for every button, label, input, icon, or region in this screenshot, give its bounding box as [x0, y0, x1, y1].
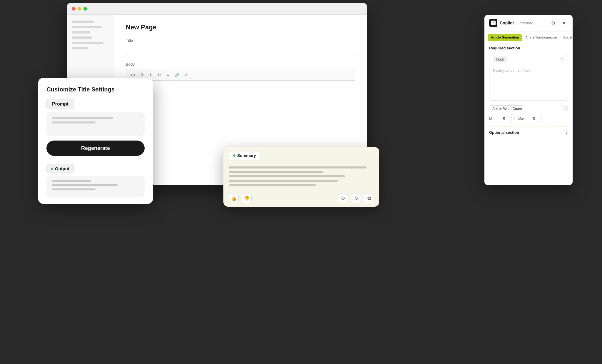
- word-count-info-icon[interactable]: ⓘ: [564, 106, 568, 111]
- output-line: [52, 180, 91, 182]
- optional-section-label: Optional section: [489, 130, 519, 135]
- list-button[interactable]: ≡: [165, 71, 171, 78]
- page-title: New Page: [126, 24, 355, 31]
- copilot-tabs: Article Generation Article Transformatio…: [484, 31, 573, 41]
- italic-button[interactable]: I: [147, 71, 154, 78]
- footer-actions-left: 👍 👎: [229, 193, 252, 203]
- max-label: Max: [518, 117, 524, 120]
- summary-line: [229, 180, 338, 182]
- info-icon[interactable]: ⓘ: [560, 57, 564, 62]
- copilot-title-group: ✦ Copilot › informed: [489, 19, 534, 27]
- summary-body: [223, 163, 379, 190]
- optional-section-row[interactable]: Optional section ∨: [489, 130, 568, 135]
- summary-status-dot: [233, 154, 235, 157]
- browser-titlebar: [67, 3, 367, 15]
- body-label: Body: [126, 62, 355, 66]
- sidebar-line: [72, 21, 94, 23]
- min-max-row: Min ~ Max: [489, 115, 568, 122]
- customize-card: Customize Title Settings Prompt Regenera…: [38, 78, 153, 204]
- prompt-line: [52, 117, 113, 119]
- sidebar-line: [72, 36, 92, 39]
- sidebar-line: [72, 42, 103, 44]
- gear-icon[interactable]: ⚙: [549, 19, 557, 27]
- thumbs-up-button[interactable]: 👍: [229, 193, 239, 203]
- copilot-logo-icon: ✦: [491, 21, 496, 25]
- chevron-down-icon: ∨: [565, 130, 568, 135]
- prompt-tag: Prompt: [46, 99, 74, 109]
- output-line: [52, 188, 96, 190]
- word-count-label: Article Word Count: [489, 105, 525, 112]
- summary-line: [229, 184, 316, 186]
- summary-footer: 👍 👎 ⚙ ↻ ⧉: [223, 190, 379, 207]
- summary-line: [229, 171, 323, 173]
- customize-card-title: Customize Title Settings: [46, 86, 145, 93]
- bold-button[interactable]: B: [138, 71, 145, 78]
- summary-card: Summary 👍 👎 ⚙ ↻ ⧉: [223, 147, 379, 207]
- copilot-header: ✦ Copilot › informed ⚙ ✕: [484, 15, 573, 31]
- input-card-header: Input ⓘ: [489, 54, 568, 65]
- settings-button[interactable]: ⚙: [338, 193, 348, 203]
- sidebar-line: [72, 47, 88, 49]
- min-input[interactable]: [497, 115, 511, 122]
- paste-area[interactable]: Paste your content here...: [489, 65, 568, 100]
- tab-social-media[interactable]: Social Media: [560, 34, 573, 41]
- copilot-body: Required section Input ⓘ Paste your cont…: [484, 41, 573, 185]
- maximize-traffic-light[interactable]: [83, 7, 87, 11]
- close-icon[interactable]: ✕: [560, 19, 568, 27]
- close-traffic-light[interactable]: [72, 7, 75, 11]
- prompt-line: [52, 121, 96, 123]
- copilot-icon-box: ✦: [489, 19, 497, 27]
- input-card: Input ⓘ Paste your content here...: [489, 54, 568, 101]
- output-tag: Output: [46, 164, 74, 173]
- input-tab-label: Input: [493, 56, 507, 62]
- copilot-name: Copilot: [500, 21, 514, 25]
- copilot-header-actions: ⚙ ✕: [549, 19, 568, 27]
- minimize-traffic-light[interactable]: [78, 7, 81, 11]
- output-status-dot: [51, 168, 53, 170]
- editor-body[interactable]: [126, 80, 355, 133]
- prompt-input-box[interactable]: [46, 112, 145, 136]
- copy-button[interactable]: ⧉: [364, 193, 374, 203]
- tab-article-transformation[interactable]: Article Transformation: [522, 34, 560, 41]
- summary-line: [229, 166, 367, 168]
- tilde-separator: ~: [514, 116, 516, 121]
- copilot-breadcrumb: › informed: [516, 21, 534, 25]
- link-button[interactable]: 🔗: [174, 71, 180, 78]
- word-count-header: Article Word Count ⓘ: [489, 105, 568, 112]
- regenerate-button[interactable]: Regenerate: [46, 141, 145, 156]
- prompt-section: Prompt: [46, 99, 145, 136]
- sidebar-line: [72, 26, 102, 28]
- sidebar-line: [72, 31, 91, 34]
- min-label: Min: [489, 117, 494, 120]
- summary-line: [229, 175, 345, 177]
- thumbs-down-button[interactable]: 👎: [242, 193, 252, 203]
- refresh-button[interactable]: ↻: [351, 193, 361, 203]
- max-input[interactable]: [527, 115, 541, 122]
- title-label: Title: [126, 38, 355, 43]
- fullscreen-button[interactable]: ⤢: [183, 71, 189, 78]
- summary-tag: Summary: [229, 151, 260, 160]
- title-input[interactable]: [126, 45, 355, 56]
- section-divider: [489, 126, 568, 126]
- required-section-title: Required section: [489, 46, 568, 50]
- word-count-section: Article Word Count ⓘ Min ~ Max: [489, 105, 568, 122]
- underline-button[interactable]: U: [156, 71, 163, 78]
- footer-actions-right: ⚙ ↻ ⧉: [338, 193, 374, 203]
- output-line: [52, 184, 118, 186]
- summary-header: Summary: [223, 147, 379, 163]
- output-box[interactable]: [46, 176, 145, 197]
- copilot-panel: ✦ Copilot › informed ⚙ ✕ Article Generat…: [484, 15, 573, 185]
- code-button[interactable]: </>: [130, 71, 136, 78]
- editor-toolbar: </> B I U ≡ 🔗 ⤢: [126, 69, 355, 80]
- output-section: Output: [46, 164, 145, 197]
- tab-article-generation[interactable]: Article Generation: [488, 34, 522, 41]
